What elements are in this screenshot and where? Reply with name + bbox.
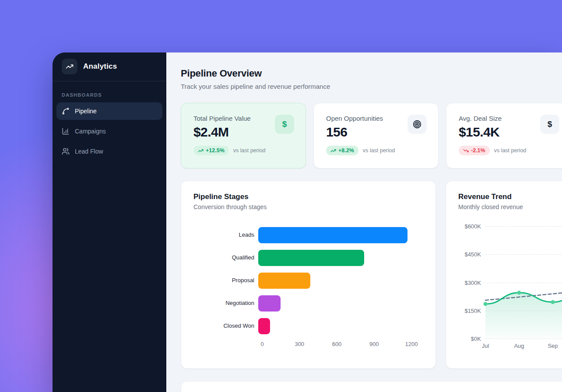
stages-bars: LeadsQualifiedProposalNegotiationClosed … bbox=[193, 227, 423, 334]
axis-tick-label: 1200 bbox=[405, 341, 418, 347]
pipeline-stages-card: Pipeline Stages Conversion through stage… bbox=[181, 181, 436, 369]
stat-cards-row: Total Pipeline Value $2.4M +12.5% vs las… bbox=[181, 103, 562, 168]
y-axis-tick-label: $0K bbox=[457, 336, 481, 342]
sidebar-item-lead-flow[interactable]: Lead Flow bbox=[56, 143, 162, 160]
app-window: Analytics DASHBOARDS Pipeline Campaigns bbox=[53, 52, 562, 392]
x-axis-tick-label: Sep bbox=[548, 343, 558, 349]
stat-card-total-pipeline-value: Total Pipeline Value $2.4M +12.5% vs las… bbox=[181, 103, 306, 168]
bar-segment bbox=[258, 318, 270, 334]
change-value: -2.1% bbox=[471, 147, 485, 154]
bar-row: Qualified bbox=[193, 250, 423, 266]
bar-segment bbox=[258, 273, 310, 289]
revenue-plot: $600K$450K$300K$150K$0KJulAugSep bbox=[485, 226, 562, 339]
page-title: Pipeline Overview bbox=[181, 68, 562, 79]
sidebar-item-pipeline[interactable]: Pipeline bbox=[56, 102, 162, 120]
main-content: Pipeline Overview Track your sales pipel… bbox=[166, 52, 562, 392]
spline-icon bbox=[62, 107, 70, 115]
stages-axis: 03006009001200 bbox=[262, 341, 411, 349]
chart-title: Revenue Trend bbox=[458, 192, 562, 201]
grid-line bbox=[485, 311, 562, 311]
axis-tick-label: 600 bbox=[332, 341, 342, 347]
change-value: +12.5% bbox=[206, 147, 225, 154]
stat-suffix: vs last period bbox=[233, 147, 266, 154]
y-axis-tick-label: $600K bbox=[457, 223, 481, 230]
stat-card-avg-deal-size: Avg. Deal Size $15.4K -2.1% vs last peri… bbox=[446, 103, 562, 168]
chart-subtitle: Conversion through stages bbox=[193, 203, 423, 210]
trending-up-icon bbox=[198, 148, 204, 154]
bar-chart-icon bbox=[62, 127, 70, 135]
y-axis-tick-label: $300K bbox=[457, 280, 481, 286]
sidebar: Analytics DASHBOARDS Pipeline Campaigns bbox=[53, 52, 166, 392]
dollar-icon: $ bbox=[275, 115, 294, 134]
charts-row: Pipeline Stages Conversion through stage… bbox=[181, 181, 562, 369]
grid-line bbox=[485, 226, 562, 227]
change-badge: +8.2% bbox=[326, 146, 358, 155]
grid-line bbox=[485, 339, 562, 339]
axis-tick-label: 900 bbox=[369, 341, 379, 347]
y-axis-tick-label: $150K bbox=[457, 308, 481, 314]
bar-row: Negotiation bbox=[193, 295, 423, 312]
bar-category-label: Leads bbox=[193, 231, 258, 238]
x-axis-tick-label: Jul bbox=[482, 343, 489, 349]
trending-up-logo-icon bbox=[62, 59, 77, 74]
sidebar-nav: Pipeline Campaigns Lead Flow bbox=[53, 102, 166, 160]
bar-segment bbox=[258, 295, 281, 312]
grid-line bbox=[485, 254, 562, 255]
trending-down-icon bbox=[463, 148, 469, 154]
grid-line bbox=[485, 283, 562, 283]
chart-subtitle: Monthly closed revenue bbox=[458, 203, 562, 210]
axis-tick-label: 300 bbox=[295, 341, 304, 347]
sidebar-item-label: Campaigns bbox=[75, 128, 106, 135]
bar-segment bbox=[258, 227, 407, 243]
trending-up-icon bbox=[330, 148, 336, 154]
stat-suffix: vs last period bbox=[494, 147, 527, 154]
users-icon bbox=[62, 147, 70, 155]
bar-category-label: Closed Won bbox=[193, 322, 258, 329]
dollar-icon: $ bbox=[540, 115, 559, 134]
bar-category-label: Proposal bbox=[193, 277, 258, 284]
bar-row: Proposal bbox=[193, 273, 423, 289]
target-icon bbox=[407, 115, 427, 134]
sidebar-item-label: Lead Flow bbox=[75, 148, 103, 155]
revenue-trend-card: Revenue Trend Monthly closed revenue $60… bbox=[446, 181, 562, 369]
bar-category-label: Negotiation bbox=[193, 300, 258, 307]
change-badge: +12.5% bbox=[193, 146, 229, 155]
bar-segment bbox=[258, 250, 364, 266]
chart-title: Pipeline Stages bbox=[193, 192, 423, 201]
change-value: +8.2% bbox=[338, 147, 354, 154]
stat-suffix: vs last period bbox=[363, 147, 395, 154]
axis-tick-label: 0 bbox=[260, 341, 263, 347]
bar-row: Leads bbox=[193, 227, 423, 243]
change-badge: -2.1% bbox=[459, 146, 490, 155]
bottom-card bbox=[181, 381, 562, 392]
brand: Analytics bbox=[53, 52, 166, 81]
x-axis-tick-label: Aug bbox=[514, 343, 524, 349]
sidebar-item-campaigns[interactable]: Campaigns bbox=[56, 122, 162, 140]
bar-row: Closed Won bbox=[193, 318, 423, 334]
y-axis-tick-label: $450K bbox=[457, 251, 481, 258]
sidebar-section-label: DASHBOARDS bbox=[53, 81, 166, 102]
bar-category-label: Qualified bbox=[193, 254, 258, 261]
stat-card-open-opportunities: Open Opportunities 156 +8.2% vs last per… bbox=[313, 103, 439, 168]
brand-name: Analytics bbox=[83, 62, 117, 71]
page-subtitle: Track your sales pipeline and revenue pe… bbox=[181, 83, 562, 90]
sidebar-item-label: Pipeline bbox=[75, 108, 97, 115]
